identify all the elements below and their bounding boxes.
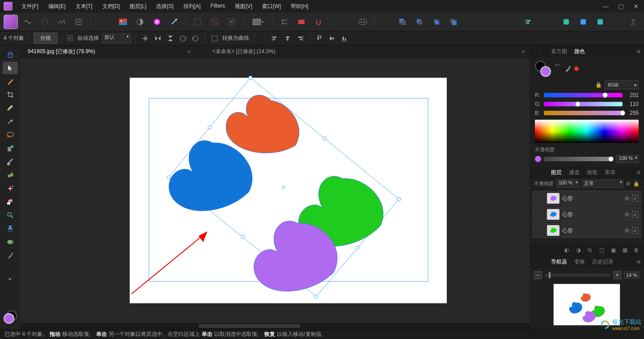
eyedropper-icon[interactable]	[564, 65, 572, 72]
tab-history[interactable]: 历史记录	[592, 258, 614, 266]
mask-icon[interactable]: ◐	[563, 247, 571, 253]
pan-tool-icon[interactable]	[3, 48, 18, 61]
zoom-slider[interactable]	[545, 274, 610, 276]
minimize-icon[interactable]: —	[601, 3, 610, 10]
zoom-tool-icon[interactable]	[3, 209, 18, 222]
layer-row[interactable]: ⋮⋮ 心形 ✓	[532, 223, 641, 238]
persona-export-icon[interactable]	[72, 15, 86, 29]
panel-menu-icon[interactable]: ≡	[637, 169, 640, 176]
menu-view[interactable]: 视图[V]	[230, 1, 257, 12]
menu-help[interactable]: 帮助[H]	[286, 1, 313, 12]
layer-visibility-dot[interactable]	[625, 228, 629, 233]
tab-navigator[interactable]: 导航器	[551, 258, 567, 266]
align-left-icon[interactable]	[521, 15, 536, 29]
erase-tool-icon[interactable]	[3, 196, 18, 208]
panel-menu-icon[interactable]: ≡	[637, 48, 640, 55]
arrange-front-icon[interactable]	[446, 15, 461, 29]
spectrum-picker[interactable]	[535, 120, 639, 143]
convert-to-curves-icon[interactable]	[210, 33, 220, 43]
convert-to-curves-button[interactable]: 转换为曲线	[222, 34, 249, 42]
layer-visibility-dot[interactable]	[625, 196, 629, 201]
horizontal-scrollbar[interactable]	[21, 323, 530, 329]
blue-value[interactable]: 255	[625, 110, 639, 116]
persona-tonemap-icon[interactable]	[55, 15, 69, 29]
rotate-ccw-icon[interactable]	[178, 33, 188, 43]
swap-colors-icon[interactable]	[554, 63, 562, 75]
align-center-h-icon[interactable]	[283, 33, 292, 43]
menu-filters[interactable]: Filters	[206, 1, 230, 12]
arrange-forward-icon[interactable]	[429, 15, 444, 29]
fx-icon[interactable]: fx	[586, 247, 594, 253]
layer-visibility-dot[interactable]	[625, 212, 629, 217]
stamp-tool-icon[interactable]	[3, 222, 18, 235]
sparkle-tool-icon[interactable]	[3, 182, 18, 195]
layer-checkbox[interactable]: ✓	[632, 227, 638, 234]
persona-photo-icon[interactable]	[4, 15, 18, 29]
align-middle-v-icon[interactable]	[327, 33, 337, 43]
tab-library[interactable]: 库存	[605, 169, 615, 176]
panel-grip-icon[interactable]: ⋮⋮	[533, 259, 542, 264]
green-slider[interactable]	[544, 102, 623, 106]
clone-tool-icon[interactable]	[3, 142, 18, 155]
layer-row[interactable]: ⋮⋮ 心形 ✓	[532, 207, 641, 222]
shape-tool-icon[interactable]	[3, 236, 18, 248]
blend-mode-select[interactable]: 正常	[582, 180, 623, 188]
add-layer-icon[interactable]: ▦	[621, 247, 629, 253]
menu-window[interactable]: 窗口[W]	[258, 1, 285, 12]
tab-channels[interactable]: 通道	[569, 169, 580, 176]
eyedropper-tool-icon[interactable]	[3, 249, 18, 262]
color-wheel-icon[interactable]	[150, 15, 164, 29]
close-icon[interactable]: ✕	[631, 3, 640, 10]
persona-liquify-icon[interactable]	[21, 15, 35, 29]
tab-transform[interactable]: 变换	[574, 258, 585, 266]
rotate-cw-icon[interactable]	[191, 33, 200, 43]
canvas-viewport[interactable]	[21, 58, 530, 323]
layer-checkbox[interactable]: ✓	[632, 195, 638, 201]
tab-layers[interactable]: 图层	[551, 169, 562, 176]
origin-center-icon[interactable]	[140, 33, 150, 43]
tab-histogram[interactable]: 直方图	[551, 48, 567, 55]
persona-develop-icon[interactable]	[38, 15, 52, 29]
arrange-back-icon[interactable]	[395, 15, 410, 29]
lasso-tool-icon[interactable]	[3, 129, 18, 141]
invert-selection-icon[interactable]	[225, 15, 239, 29]
crop-tool-icon[interactable]	[3, 88, 18, 101]
group-button[interactable]: 分组	[34, 33, 58, 44]
image-icon[interactable]	[116, 15, 130, 29]
tab-document-2[interactable]: <未命名> [已修改] (14.3%)	[210, 47, 278, 56]
lock-icon[interactable]: 🔒	[633, 181, 640, 187]
patch-tool-icon[interactable]	[3, 169, 18, 181]
tab-brushes[interactable]: 画笔	[587, 169, 597, 176]
align-right-icon[interactable]	[295, 33, 305, 43]
fill-stroke-swatch[interactable]	[535, 61, 551, 77]
menu-edit[interactable]: 编辑[E]	[44, 1, 70, 12]
tab-document-1[interactable]: 941805.jpg [已修改] (76.9%)	[25, 47, 98, 56]
magnet-icon[interactable]	[311, 15, 326, 29]
layer-grip-icon[interactable]: ⋮⋮	[535, 228, 544, 233]
wand-tool-icon[interactable]	[3, 115, 18, 128]
menu-file[interactable]: 文件[F]	[17, 1, 43, 12]
flip-vertical-icon[interactable]	[165, 33, 175, 43]
contrast-icon[interactable]	[133, 15, 147, 29]
panel-grip-icon[interactable]: ⋮⋮	[533, 49, 542, 54]
delete-layer-icon[interactable]: 🗑	[632, 247, 640, 253]
expand-tools-icon[interactable]: ▸	[3, 272, 18, 285]
color-mode-select[interactable]: RGB	[605, 80, 639, 89]
align-bottom-icon[interactable]	[339, 33, 349, 43]
snapshot-a-icon[interactable]	[559, 15, 573, 29]
front-color-swatch[interactable]	[4, 313, 14, 324]
panel-menu-icon[interactable]: ≡	[637, 258, 640, 265]
layer-row[interactable]: ⋮⋮ 心形 ✓	[532, 191, 641, 206]
arrange-backward-icon[interactable]	[412, 15, 427, 29]
lock-icon[interactable]: 🔒	[595, 82, 602, 88]
wand-icon[interactable]	[167, 15, 181, 29]
brush-tool-icon[interactable]	[3, 75, 18, 88]
gear-icon[interactable]: ⚙	[626, 181, 631, 187]
tab-close-icon[interactable]: ×	[521, 48, 525, 55]
menu-arrange[interactable]: 排列[A]	[179, 1, 205, 12]
heal-tool-icon[interactable]	[3, 155, 18, 168]
panel-grip-icon[interactable]: ⋮⋮	[533, 170, 542, 175]
menu-select[interactable]: 选择[S]	[152, 1, 178, 12]
align-top-icon[interactable]	[314, 33, 324, 43]
zoom-value[interactable]: 14 %	[624, 272, 640, 279]
